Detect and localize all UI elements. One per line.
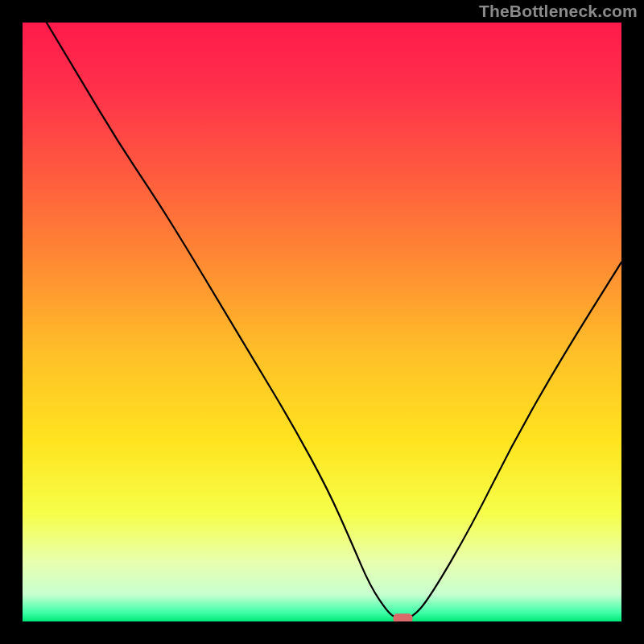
optimal-point-marker	[393, 613, 412, 621]
plot-area	[23, 23, 621, 621]
plot-svg	[23, 23, 621, 621]
attribution-label: TheBottleneck.com	[479, 2, 638, 21]
gradient-background	[23, 23, 621, 621]
chart-frame: TheBottleneck.com	[0, 0, 644, 644]
